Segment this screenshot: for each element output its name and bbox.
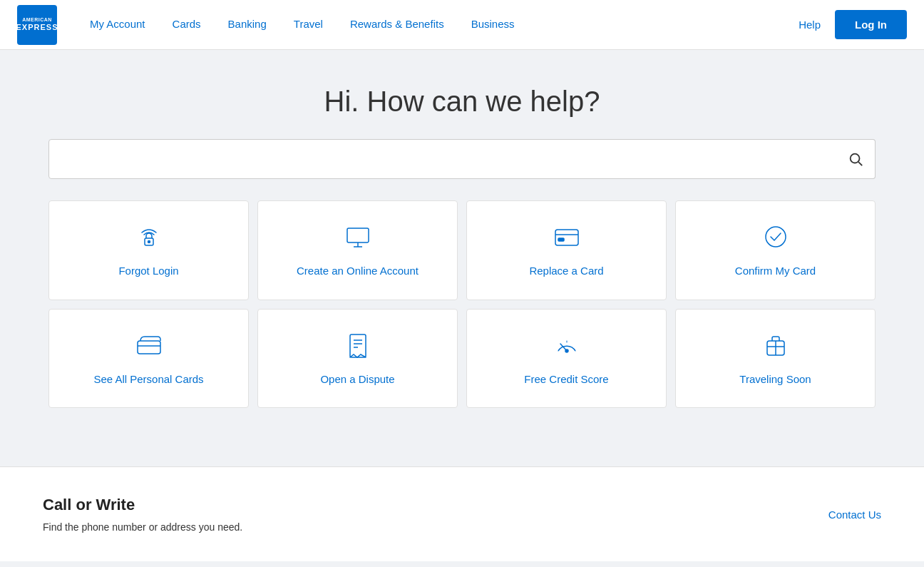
footer-left: Call or Write Find the phone number or a…: [43, 496, 242, 533]
card-replace-card[interactable]: Replace a Card: [466, 200, 667, 300]
hero-title: Hi. How can we help?: [48, 86, 876, 118]
nav-my-account[interactable]: My Account: [78, 0, 157, 50]
credit-card-icon: [553, 223, 581, 254]
nav-banking[interactable]: Banking: [217, 0, 278, 50]
svg-line-1: [858, 162, 862, 165]
card-create-account-label: Create an Online Account: [297, 264, 419, 278]
nav-travel[interactable]: Travel: [282, 0, 334, 50]
search-container: [48, 139, 876, 179]
quick-links-row1: Forgot Login Create an Online Account: [48, 200, 876, 300]
svg-rect-9: [558, 238, 564, 241]
nav-links: My Account Cards Banking Travel Rewards …: [78, 0, 799, 50]
gauge-icon: [553, 331, 581, 362]
suitcase-icon: [761, 331, 790, 362]
card-see-all-label: See All Personal Cards: [93, 372, 203, 387]
logo-line1: AMERICAN: [22, 17, 52, 23]
svg-point-10: [766, 227, 786, 247]
nav-business[interactable]: Business: [460, 0, 526, 50]
amex-logo[interactable]: AMERICAN EXPRESS: [17, 5, 57, 45]
footer-section: Call or Write Find the phone number or a…: [0, 466, 924, 561]
cards-stack-icon: [135, 331, 163, 362]
quick-links-section: Forgot Login Create an Online Account: [48, 200, 876, 431]
card-open-dispute[interactable]: Open a Dispute: [257, 309, 458, 409]
svg-rect-13: [350, 334, 366, 357]
svg-point-3: [148, 241, 150, 243]
card-forgot-login-label: Forgot Login: [118, 264, 178, 278]
card-create-account[interactable]: Create an Online Account: [257, 200, 458, 300]
hero-section: Hi. How can we help?: [34, 50, 890, 452]
svg-rect-4: [347, 228, 369, 242]
navigation: AMERICAN EXPRESS My Account Cards Bankin…: [0, 0, 924, 50]
nav-right: Help Log In: [799, 10, 907, 39]
svg-rect-7: [555, 230, 578, 245]
svg-point-18: [565, 349, 568, 352]
card-replace-label: Replace a Card: [529, 264, 603, 278]
contact-us-link[interactable]: Contact Us: [828, 509, 881, 521]
card-traveling-label: Traveling Soon: [739, 372, 811, 387]
logo-express: EXPRESS: [16, 23, 58, 32]
login-button[interactable]: Log In: [835, 10, 907, 39]
nav-cards[interactable]: Cards: [161, 0, 212, 50]
svg-point-0: [850, 154, 859, 163]
search-button[interactable]: [836, 139, 876, 179]
nav-rewards-benefits[interactable]: Rewards & Benefits: [339, 0, 456, 50]
fingerprint-lock-icon: [135, 223, 163, 254]
search-input[interactable]: [48, 139, 876, 179]
footer-heading: Call or Write: [43, 496, 242, 514]
circle-check-icon: [761, 223, 790, 254]
card-traveling-soon[interactable]: Traveling Soon: [675, 309, 876, 409]
search-icon: [848, 151, 863, 167]
card-credit-score-label: Free Credit Score: [524, 372, 608, 387]
quick-links-row2: See All Personal Cards Open a Dispute: [48, 309, 876, 409]
footer-body: Find the phone number or address you nee…: [43, 521, 242, 533]
card-confirm-label: Confirm My Card: [735, 264, 816, 278]
card-credit-score[interactable]: Free Credit Score: [466, 309, 667, 409]
card-confirm-card[interactable]: Confirm My Card: [675, 200, 876, 300]
help-link[interactable]: Help: [799, 19, 821, 31]
card-see-all-cards[interactable]: See All Personal Cards: [48, 309, 249, 409]
card-dispute-label: Open a Dispute: [320, 372, 394, 387]
receipt-icon: [344, 331, 372, 362]
monitor-icon: [344, 223, 372, 254]
svg-rect-11: [138, 341, 160, 354]
card-forgot-login[interactable]: Forgot Login: [48, 200, 249, 300]
